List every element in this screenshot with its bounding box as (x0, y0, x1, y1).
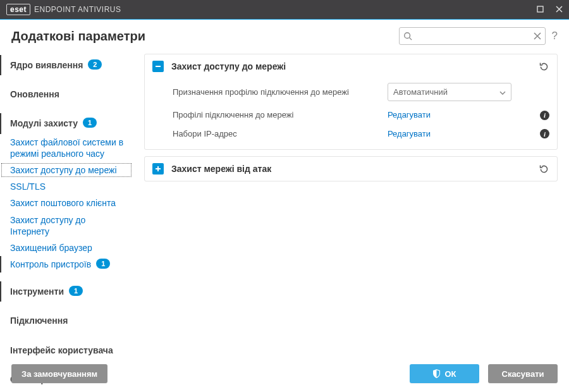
svg-point-1 (404, 33, 410, 39)
sidebar-item-label: SSL/TLS (10, 181, 46, 192)
count-badge: 1 (69, 286, 83, 296)
profile-select[interactable]: Автоматичний (388, 83, 511, 101)
window-close-icon[interactable] (554, 5, 564, 15)
clear-search-icon[interactable] (534, 32, 541, 40)
settings-panel: Захист мережі від атак (144, 156, 558, 181)
sidebar-item[interactable]: Оновлення (0, 84, 133, 104)
brand: eset ENDPOINT ANTIVIRUS (6, 4, 121, 15)
page-header: Додаткові параметри ? (0, 20, 569, 50)
sidebar-item[interactable]: Модулі захисту1 (0, 113, 133, 133)
collapse-icon[interactable] (152, 61, 164, 72)
sidebar-item-label: Модулі захисту (10, 118, 78, 129)
expand-icon[interactable] (152, 163, 164, 175)
search-icon (403, 32, 412, 40)
ok-button[interactable]: ОК (410, 364, 479, 383)
revert-icon[interactable] (539, 164, 549, 175)
sidebar-item[interactable]: Підключення (0, 310, 133, 331)
setting-label: Призначення профілю підключення до мереж… (173, 87, 388, 97)
sidebar-item-label: Захист поштового клієнта (10, 197, 116, 209)
count-badge: 1 (83, 118, 97, 128)
help-icon[interactable]: ? (552, 30, 558, 42)
sidebar-item-label: Ядро виявлення (10, 59, 83, 71)
svg-rect-3 (156, 66, 161, 67)
edit-link[interactable]: Редагувати (388, 110, 431, 119)
count-badge: 1 (96, 259, 110, 269)
sidebar-item[interactable]: Інструменти1 (0, 281, 133, 302)
sidebar-item-label: Захист файлової системи в режимі реально… (10, 137, 126, 159)
panel-title: Захист мережі від атак (171, 164, 271, 174)
sidebar-item[interactable]: Захист файлової системи в режимі реально… (0, 134, 133, 162)
settings-row: Призначення профілю підключення до мереж… (173, 78, 549, 106)
panel-body: Призначення профілю підключення до мереж… (145, 78, 557, 149)
panel-header[interactable]: Захист мережі від атак (145, 157, 557, 181)
sidebar-item[interactable]: Захист доступу до мережі (0, 162, 133, 178)
window-title-bar: eset ENDPOINT ANTIVIRUS (0, 0, 569, 19)
brand-product-name: ENDPOINT ANTIVIRUS (34, 5, 121, 14)
settings-content: Захист доступу до мережіПризначення проф… (133, 50, 558, 360)
settings-row: Набори ІР-адресРедагуватиi (173, 125, 549, 144)
revert-icon[interactable] (539, 61, 549, 72)
info-icon[interactable]: i (540, 110, 549, 120)
search-box[interactable] (399, 27, 546, 45)
sidebar-item-label: Оновлення (10, 89, 59, 100)
sidebar: Ядро виявлення2ОновленняМодулі захисту1З… (0, 50, 133, 360)
sidebar-item-label: Захищений браузер (10, 242, 92, 254)
sidebar-item[interactable]: Контроль пристроїв1 (0, 256, 133, 273)
panel-header[interactable]: Захист доступу до мережі (145, 54, 557, 78)
edit-link[interactable]: Редагувати (388, 129, 431, 138)
cancel-button[interactable]: Скасувати (488, 364, 558, 383)
sidebar-item[interactable]: Захист доступу до Інтернету (0, 212, 133, 240)
sidebar-item[interactable]: Захищений браузер (0, 240, 133, 256)
svg-rect-0 (537, 6, 543, 12)
select-value: Автоматичний (393, 87, 448, 97)
sidebar-item[interactable]: Захист поштового клієнта (0, 195, 133, 211)
sidebar-item-label: Інструменти (10, 286, 64, 297)
sidebar-item-label: Підключення (10, 315, 68, 326)
svg-rect-5 (157, 166, 159, 171)
info-icon[interactable]: i (540, 129, 549, 139)
sidebar-item-label: Захист доступу до мережі (10, 164, 117, 176)
ok-button-label: ОК (444, 369, 456, 379)
setting-label: Профілі підключення до мережі (173, 110, 388, 119)
count-badge: 2 (88, 59, 102, 70)
sidebar-item[interactable]: SSL/TLS (0, 178, 133, 195)
dialog-footer: За замовчуванням ОК Скасувати (0, 355, 569, 392)
sidebar-item-label: Контроль пристроїв (10, 259, 91, 270)
sidebar-item[interactable]: Ядро виявлення2 (0, 55, 133, 75)
setting-label: Набори ІР-адрес (173, 129, 388, 138)
defaults-button[interactable]: За замовчуванням (11, 364, 107, 383)
panel-title: Захист доступу до мережі (171, 61, 286, 71)
search-input[interactable] (416, 31, 530, 42)
shield-icon (432, 369, 441, 378)
page-title: Додаткові параметри (11, 29, 145, 44)
sidebar-item-label: Захист доступу до Інтернету (10, 214, 126, 237)
svg-line-2 (409, 38, 412, 40)
settings-panel: Захист доступу до мережіПризначення проф… (144, 54, 558, 150)
chevron-down-icon (499, 89, 506, 96)
settings-row: Профілі підключення до мережіРедагуватиi (173, 106, 549, 125)
window-maximize-icon[interactable] (535, 5, 545, 15)
brand-logo-text: eset (6, 4, 30, 15)
sidebar-item-label: Інтерфейс користувача (10, 345, 113, 356)
